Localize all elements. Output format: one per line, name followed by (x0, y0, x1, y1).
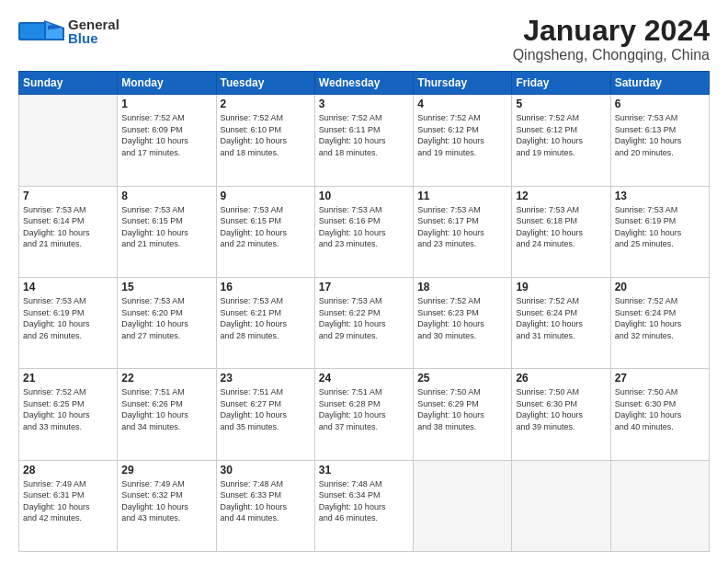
table-row: 10Sunrise: 7:53 AM Sunset: 6:16 PM Dayli… (314, 186, 413, 277)
table-row: 2Sunrise: 7:52 AM Sunset: 6:10 PM Daylig… (216, 95, 314, 186)
table-row: 26Sunrise: 7:50 AM Sunset: 6:30 PM Dayli… (512, 369, 610, 460)
table-row: 9Sunrise: 7:53 AM Sunset: 6:15 PM Daylig… (216, 186, 314, 277)
cell-date: 1 (121, 98, 211, 110)
cell-date: 5 (516, 98, 606, 110)
cell-date: 22 (121, 372, 211, 385)
title-block: January 2024 Qingsheng, Chongqing, China (513, 15, 710, 63)
cell-date: 2 (221, 98, 311, 110)
cell-info: Sunrise: 7:53 AM Sunset: 6:22 PM Dayligh… (319, 295, 409, 341)
cell-info: Sunrise: 7:50 AM Sunset: 6:30 PM Dayligh… (516, 386, 606, 432)
cell-info: Sunrise: 7:52 AM Sunset: 6:11 PM Dayligh… (319, 112, 409, 158)
cell-info: Sunrise: 7:52 AM Sunset: 6:24 PM Dayligh… (516, 295, 606, 341)
cell-info: Sunrise: 7:53 AM Sunset: 6:21 PM Dayligh… (221, 295, 311, 341)
cell-info: Sunrise: 7:53 AM Sunset: 6:20 PM Dayligh… (121, 295, 211, 341)
day-header-row: Sunday Monday Tuesday Wednesday Thursday… (19, 72, 710, 95)
cell-date: 11 (417, 190, 507, 202)
table-row: 31Sunrise: 7:48 AM Sunset: 6:34 PM Dayli… (314, 460, 413, 551)
table-row (610, 460, 709, 551)
table-row: 30Sunrise: 7:48 AM Sunset: 6:33 PM Dayli… (216, 460, 314, 551)
cell-info: Sunrise: 7:53 AM Sunset: 6:17 PM Dayligh… (417, 204, 507, 250)
cell-date: 26 (516, 372, 606, 385)
cell-info: Sunrise: 7:52 AM Sunset: 6:12 PM Dayligh… (516, 112, 606, 158)
table-row: 14Sunrise: 7:53 AM Sunset: 6:19 PM Dayli… (19, 277, 118, 368)
table-row: 20Sunrise: 7:52 AM Sunset: 6:24 PM Dayli… (610, 277, 709, 368)
cell-info: Sunrise: 7:53 AM Sunset: 6:19 PM Dayligh… (615, 204, 705, 250)
table-row: 29Sunrise: 7:49 AM Sunset: 6:32 PM Dayli… (118, 460, 216, 551)
calendar-week-3: 21Sunrise: 7:52 AM Sunset: 6:25 PM Dayli… (19, 369, 710, 460)
cell-info: Sunrise: 7:52 AM Sunset: 6:23 PM Dayligh… (417, 295, 507, 341)
cell-date: 23 (221, 372, 311, 385)
logo: General Blue (18, 15, 119, 48)
calendar-table: Sunday Monday Tuesday Wednesday Thursday… (18, 71, 710, 552)
page: General Blue January 2024 Qingsheng, Cho… (0, 0, 728, 563)
table-row: 27Sunrise: 7:50 AM Sunset: 6:30 PM Dayli… (610, 369, 709, 460)
table-row: 13Sunrise: 7:53 AM Sunset: 6:19 PM Dayli… (610, 186, 709, 277)
cell-date: 29 (121, 464, 211, 477)
cell-date: 16 (221, 281, 311, 293)
cell-info: Sunrise: 7:50 AM Sunset: 6:30 PM Dayligh… (615, 386, 705, 432)
table-row: 11Sunrise: 7:53 AM Sunset: 6:17 PM Dayli… (414, 186, 512, 277)
table-row: 24Sunrise: 7:51 AM Sunset: 6:28 PM Dayli… (314, 369, 413, 460)
cell-info: Sunrise: 7:53 AM Sunset: 6:18 PM Dayligh… (516, 204, 606, 250)
table-row: 7Sunrise: 7:53 AM Sunset: 6:14 PM Daylig… (19, 186, 118, 277)
cell-date: 18 (417, 281, 507, 293)
cell-info: Sunrise: 7:53 AM Sunset: 6:14 PM Dayligh… (23, 204, 113, 250)
header: General Blue January 2024 Qingsheng, Cho… (18, 15, 710, 63)
table-row: 4Sunrise: 7:52 AM Sunset: 6:12 PM Daylig… (414, 95, 512, 186)
cell-info: Sunrise: 7:52 AM Sunset: 6:12 PM Dayligh… (417, 112, 507, 158)
header-thursday: Thursday (414, 72, 512, 95)
cell-info: Sunrise: 7:53 AM Sunset: 6:19 PM Dayligh… (23, 295, 113, 341)
cell-date: 27 (615, 372, 705, 385)
table-row: 17Sunrise: 7:53 AM Sunset: 6:22 PM Dayli… (314, 277, 413, 368)
cell-date: 25 (417, 372, 507, 385)
cell-info: Sunrise: 7:49 AM Sunset: 6:31 PM Dayligh… (23, 478, 113, 524)
table-row (512, 460, 610, 551)
header-wednesday: Wednesday (314, 72, 413, 95)
logo-text: General Blue (68, 17, 119, 45)
table-row: 19Sunrise: 7:52 AM Sunset: 6:24 PM Dayli… (512, 277, 610, 368)
sub-title: Qingsheng, Chongqing, China (513, 47, 710, 63)
logo-general-text: General (68, 17, 119, 31)
table-row (414, 460, 512, 551)
cell-info: Sunrise: 7:52 AM Sunset: 6:10 PM Dayligh… (221, 112, 311, 158)
table-row: 25Sunrise: 7:50 AM Sunset: 6:29 PM Dayli… (414, 369, 512, 460)
header-monday: Monday (118, 72, 216, 95)
cell-date: 12 (516, 190, 606, 202)
cell-info: Sunrise: 7:53 AM Sunset: 6:13 PM Dayligh… (615, 112, 705, 158)
cell-date: 14 (23, 281, 113, 293)
cell-date: 21 (23, 372, 113, 385)
cell-date: 24 (319, 372, 409, 385)
table-row: 3Sunrise: 7:52 AM Sunset: 6:11 PM Daylig… (314, 95, 413, 186)
table-row: 5Sunrise: 7:52 AM Sunset: 6:12 PM Daylig… (512, 95, 610, 186)
cell-date: 6 (615, 98, 705, 110)
table-row: 15Sunrise: 7:53 AM Sunset: 6:20 PM Dayli… (118, 277, 216, 368)
table-row: 1Sunrise: 7:52 AM Sunset: 6:09 PM Daylig… (118, 95, 216, 186)
table-row: 6Sunrise: 7:53 AM Sunset: 6:13 PM Daylig… (610, 95, 709, 186)
table-row: 16Sunrise: 7:53 AM Sunset: 6:21 PM Dayli… (216, 277, 314, 368)
header-saturday: Saturday (610, 72, 709, 95)
table-row (19, 95, 118, 186)
cell-date: 4 (417, 98, 507, 110)
calendar-week-0: 1Sunrise: 7:52 AM Sunset: 6:09 PM Daylig… (19, 95, 710, 186)
calendar-week-2: 14Sunrise: 7:53 AM Sunset: 6:19 PM Dayli… (19, 277, 710, 368)
cell-date: 9 (221, 190, 311, 202)
main-title: January 2024 (513, 15, 710, 47)
cell-date: 19 (516, 281, 606, 293)
cell-info: Sunrise: 7:51 AM Sunset: 6:26 PM Dayligh… (121, 386, 211, 432)
cell-date: 17 (319, 281, 409, 293)
cell-date: 15 (121, 281, 211, 293)
cell-info: Sunrise: 7:53 AM Sunset: 6:15 PM Dayligh… (221, 204, 311, 250)
cell-info: Sunrise: 7:52 AM Sunset: 6:09 PM Dayligh… (121, 112, 211, 158)
logo-blue-text: Blue (68, 31, 119, 45)
cell-info: Sunrise: 7:48 AM Sunset: 6:34 PM Dayligh… (319, 478, 409, 524)
cell-date: 31 (319, 464, 409, 477)
cell-info: Sunrise: 7:53 AM Sunset: 6:15 PM Dayligh… (121, 204, 211, 250)
calendar-week-4: 28Sunrise: 7:49 AM Sunset: 6:31 PM Dayli… (19, 460, 710, 551)
header-friday: Friday (512, 72, 610, 95)
cell-date: 28 (23, 464, 113, 477)
cell-info: Sunrise: 7:48 AM Sunset: 6:33 PM Dayligh… (221, 478, 311, 524)
cell-info: Sunrise: 7:49 AM Sunset: 6:32 PM Dayligh… (121, 478, 211, 524)
table-row: 23Sunrise: 7:51 AM Sunset: 6:27 PM Dayli… (216, 369, 314, 460)
cell-date: 13 (615, 190, 705, 202)
table-row: 21Sunrise: 7:52 AM Sunset: 6:25 PM Dayli… (19, 369, 118, 460)
